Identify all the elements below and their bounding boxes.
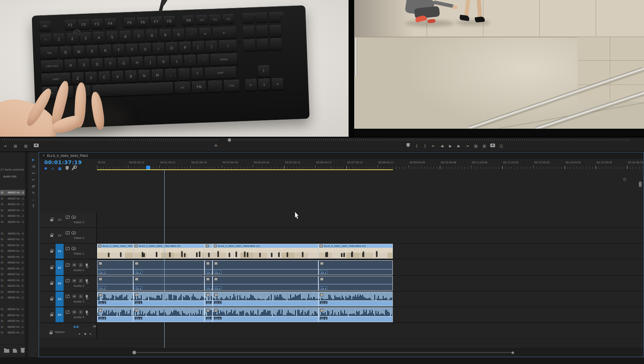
project-list-item[interactable]: 0)48000 Hz - C	[0, 271, 25, 277]
audio-clip[interactable]: Ch 2	[318, 276, 393, 291]
audio-clip[interactable]: Ch 1	[133, 260, 204, 275]
audio-clip[interactable]: Ch 2	[97, 276, 133, 291]
export-frame-icon[interactable]	[490, 143, 495, 149]
audio-clip[interactable]: Ch 2	[133, 276, 204, 291]
lift-icon[interactable]: ▤	[473, 143, 478, 149]
voiceover-mic-icon[interactable]	[86, 263, 88, 266]
go-to-out-icon[interactable]: ⇥	[2, 143, 7, 149]
timeline-settings-icon[interactable]	[73, 166, 74, 171]
ripple-edit-tool[interactable]: ↔	[28, 170, 39, 176]
volume-rubber-band[interactable]	[213, 284, 318, 284]
project-list-item[interactable]: 0)48000 Hz - C	[0, 313, 25, 318]
source-patch-a1[interactable]: A1	[56, 260, 64, 275]
playhead-timecode[interactable]: 00:01:37:19	[44, 159, 82, 165]
voiceover-mic-icon[interactable]	[86, 311, 88, 313]
project-list-item[interactable]: 0)48000 Hz - C	[0, 318, 25, 324]
linked-selection-toggle-icon[interactable]: ▦	[58, 167, 62, 171]
project-list-item[interactable]: 0)48000 Hz - C	[0, 266, 25, 271]
audio-clip[interactable]: Ch 1	[97, 260, 133, 275]
razor-tool[interactable]: ✂	[28, 177, 39, 183]
source-patch-a2[interactable]: A2	[56, 276, 64, 291]
selection-tool[interactable]: ►	[28, 157, 39, 163]
project-list-item[interactable]: 0)48000 Hz - C	[0, 254, 25, 260]
hand-tool[interactable]: ☞	[28, 197, 39, 203]
volume-rubber-band[interactable]	[134, 269, 204, 269]
video-clip[interactable]: ELLO_V_5001_S001_T005.MOV [V]	[318, 244, 393, 259]
button-editor-icon[interactable]: ◫	[499, 143, 504, 149]
audio-waveform-clip[interactable]: Ch 4	[133, 307, 204, 322]
project-list-item[interactable]	[0, 225, 25, 230]
step-forward-icon[interactable]: ▶	[456, 143, 461, 149]
mute-button[interactable]: M	[72, 279, 76, 283]
sync-lock-icon[interactable]	[66, 231, 70, 234]
solo-button[interactable]: S	[78, 294, 83, 298]
eye-icon[interactable]	[71, 231, 76, 234]
eye-icon[interactable]	[71, 216, 76, 219]
project-list-item[interactable]: 0)48000 Hz - 2	[0, 202, 25, 207]
project-list-item[interactable]: 0)48000 Hz - 2	[0, 219, 25, 225]
sync-lock-icon[interactable]	[66, 279, 70, 282]
sync-lock-icon[interactable]	[66, 295, 70, 298]
volume-rubber-band[interactable]	[213, 269, 318, 269]
timeline-horizontal-scrollbar[interactable]	[39, 348, 644, 357]
extract-icon[interactable]: ▥	[482, 143, 487, 149]
audio-clip[interactable]: Ch 2	[204, 276, 213, 291]
project-list-item[interactable]: 0)48000 Hz - C	[0, 243, 25, 248]
timeline-corner-icon[interactable]	[623, 178, 626, 181]
volume-rubber-band[interactable]	[134, 316, 204, 317]
voiceover-mic-icon[interactable]	[86, 295, 88, 298]
eye-icon[interactable]	[71, 247, 76, 250]
video-clip[interactable]	[204, 244, 213, 259]
panel-grip-icon[interactable]: ×	[42, 154, 45, 157]
sync-lock-icon[interactable]	[66, 216, 70, 219]
keyframe-icon[interactable]: ◆	[84, 332, 86, 335]
panel-menu-icon[interactable]: ≡	[79, 154, 82, 157]
type-tool[interactable]: T	[28, 204, 39, 210]
audio-clip[interactable]: Ch 1	[318, 260, 393, 275]
go-to-out-icon[interactable]: ⇥	[465, 143, 470, 149]
project-list-item[interactable]: 0)48000 Hz - 2	[0, 208, 25, 213]
lock-icon[interactable]	[50, 283, 53, 285]
slip-tool[interactable]: ⇄	[28, 183, 39, 189]
scrollbar-handle[interactable]	[228, 138, 231, 142]
project-list-item[interactable]: 0)48000 Hz - C	[0, 260, 25, 265]
volume-rubber-band[interactable]	[319, 284, 392, 284]
delete-icon[interactable]	[21, 349, 25, 353]
scrollbar-handle[interactable]	[132, 351, 136, 354]
audio-clip[interactable]: Ch 1	[213, 260, 318, 275]
play-icon[interactable]: ▶	[448, 143, 453, 149]
pen-tool[interactable]: ✎	[28, 190, 39, 196]
project-list-item[interactable]: 0)48000 Hz - 2	[0, 213, 25, 219]
volume-rubber-band[interactable]	[97, 269, 133, 269]
sequence-tab[interactable]: ELLO_V_5001_S001_T001	[47, 154, 88, 158]
audio-waveform-clip[interactable]: Ch 4	[97, 307, 133, 322]
solo-button[interactable]: S	[78, 310, 83, 314]
solo-button[interactable]: S	[78, 279, 83, 283]
project-list-item[interactable]: 0)48000 Hz - C	[0, 324, 25, 330]
export-frame-icon[interactable]	[34, 143, 39, 149]
add-keyframe-icon[interactable]: ◦	[73, 332, 74, 335]
volume-rubber-band[interactable]	[134, 284, 204, 284]
solo-button[interactable]: S	[78, 263, 83, 267]
new-item-icon[interactable]	[13, 349, 17, 353]
volume-rubber-band[interactable]	[319, 300, 392, 301]
lock-icon[interactable]	[50, 298, 53, 300]
source-patch-v1[interactable]: V1	[56, 244, 64, 259]
add-marker-icon[interactable]	[406, 143, 411, 149]
snap-toggle-icon[interactable]: ∩	[52, 167, 54, 171]
step-back-icon[interactable]: ◀	[440, 143, 444, 149]
sync-lock-icon[interactable]	[66, 247, 70, 250]
audio-waveform-clip[interactable]: Ch 4	[213, 307, 318, 322]
lock-icon[interactable]	[50, 267, 53, 269]
audio-waveform-clip[interactable]: Ch 3	[318, 292, 393, 306]
video-clip[interactable]: ELLO_V_5001_S001_T004.MOV [V]	[213, 244, 318, 259]
audio-waveform-clip[interactable]: Ch 4	[318, 307, 393, 322]
project-list-item[interactable]: 0)48000 Hz - C	[0, 289, 25, 295]
go-to-in-icon[interactable]: ⇤	[431, 143, 436, 149]
project-list-item[interactable]: 0)48000 Hz - 2	[0, 196, 25, 202]
mark-in-icon[interactable]: {	[414, 143, 419, 149]
new-bin-icon[interactable]	[4, 349, 9, 353]
extract-icon[interactable]: ▥	[23, 143, 28, 149]
sync-lock-icon[interactable]	[66, 263, 70, 267]
audio-waveform-clip[interactable]: Ch 3	[97, 292, 133, 306]
